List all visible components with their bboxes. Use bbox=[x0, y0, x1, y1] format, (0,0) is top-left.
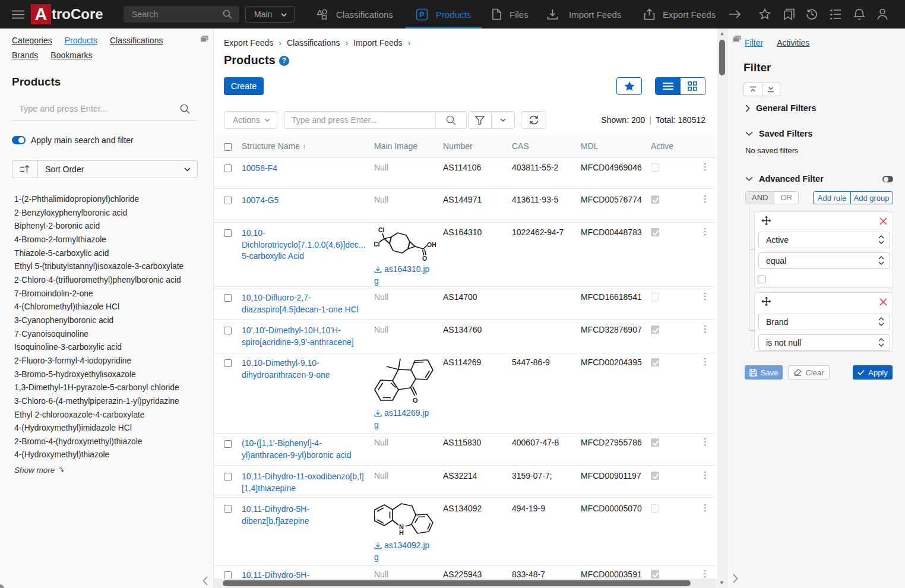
svg-text:OH: OH bbox=[427, 241, 436, 248]
svg-text:Cl: Cl bbox=[378, 226, 385, 233]
svg-text:Cl: Cl bbox=[374, 241, 380, 248]
svg-text:P: P bbox=[419, 11, 424, 19]
svg-text:O: O bbox=[422, 255, 427, 262]
svg-text:O: O bbox=[413, 397, 418, 403]
svg-text:H: H bbox=[399, 529, 404, 536]
